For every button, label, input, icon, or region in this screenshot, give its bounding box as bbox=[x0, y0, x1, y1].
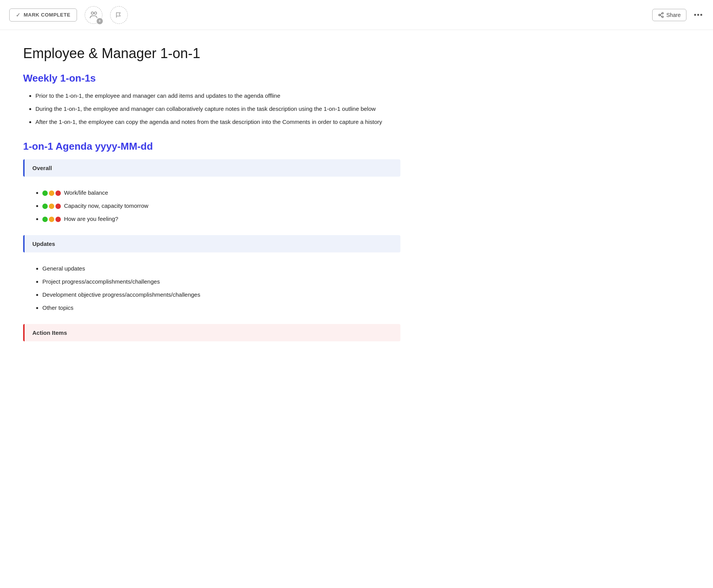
traffic-lights-1 bbox=[42, 190, 61, 196]
svg-line-5 bbox=[660, 15, 662, 17]
updates-items: General updates Project progress/accompl… bbox=[23, 260, 400, 320]
yellow-light bbox=[49, 204, 54, 209]
green-light bbox=[42, 217, 48, 222]
mark-complete-button[interactable]: ✓ MARK COMPLETE bbox=[9, 8, 77, 22]
weekly-bullets-list: Prior to the 1-on-1, the employee and ma… bbox=[23, 91, 400, 127]
flag-icon bbox=[115, 11, 123, 19]
overall-header: Overall bbox=[23, 159, 400, 177]
weekly-heading: Weekly 1-on-1s bbox=[23, 72, 400, 84]
yellow-light bbox=[49, 190, 54, 196]
toolbar: ✓ MARK COMPLETE + bbox=[0, 0, 713, 30]
red-light bbox=[55, 217, 61, 222]
overall-label: Overall bbox=[32, 165, 52, 171]
dot-2 bbox=[697, 14, 699, 16]
list-item: Prior to the 1-on-1, the employee and ma… bbox=[35, 91, 400, 100]
list-item: Capacity now, capacity tomorrow bbox=[42, 201, 393, 210]
traffic-lights-3 bbox=[42, 217, 61, 222]
flag-button[interactable] bbox=[110, 6, 128, 24]
list-item: Work/life balance bbox=[42, 188, 393, 197]
list-item: Development objective progress/accomplis… bbox=[42, 290, 393, 299]
dot-3 bbox=[700, 14, 702, 16]
add-people-button[interactable]: + bbox=[85, 6, 102, 24]
action-items-section: Action Items bbox=[23, 324, 400, 341]
page-content: Employee & Manager 1-on-1 Weekly 1-on-1s… bbox=[0, 30, 423, 364]
svg-point-0 bbox=[91, 12, 94, 14]
list-item: General updates bbox=[42, 264, 393, 273]
updates-section: Updates bbox=[23, 235, 400, 252]
list-item: How are you feeling? bbox=[42, 214, 393, 224]
red-light bbox=[55, 204, 61, 209]
add-people-wrapper: + bbox=[85, 6, 102, 24]
svg-point-1 bbox=[94, 12, 97, 14]
action-items-label: Action Items bbox=[32, 329, 67, 336]
list-item: After the 1-on-1, the employee can copy … bbox=[35, 117, 400, 127]
list-item: During the 1-on-1, the employee and mana… bbox=[35, 104, 400, 114]
svg-point-2 bbox=[662, 12, 663, 14]
updates-label: Updates bbox=[32, 241, 55, 247]
list-item: Other topics bbox=[42, 303, 393, 312]
svg-point-3 bbox=[659, 14, 660, 16]
more-button[interactable] bbox=[693, 12, 704, 17]
svg-line-6 bbox=[660, 13, 662, 15]
red-light bbox=[55, 190, 61, 196]
page-title: Employee & Manager 1-on-1 bbox=[23, 45, 400, 62]
share-label: Share bbox=[666, 12, 681, 18]
action-items-header: Action Items bbox=[23, 324, 400, 341]
check-icon: ✓ bbox=[16, 12, 21, 18]
yellow-light bbox=[49, 217, 54, 222]
list-item: Project progress/accomplishments/challen… bbox=[42, 277, 393, 286]
overall-items: Work/life balance Capacity now, capacity… bbox=[23, 184, 400, 231]
toolbar-right: Share bbox=[652, 9, 704, 21]
agenda-heading: 1-on-1 Agenda yyyy-MM-dd bbox=[23, 140, 400, 152]
share-icon bbox=[658, 12, 664, 18]
green-light bbox=[42, 190, 48, 196]
updates-header: Updates bbox=[23, 235, 400, 252]
traffic-lights-2 bbox=[42, 204, 61, 209]
toolbar-left: ✓ MARK COMPLETE + bbox=[9, 6, 128, 24]
svg-point-4 bbox=[662, 16, 663, 17]
mark-complete-label: MARK COMPLETE bbox=[24, 12, 70, 18]
dot-1 bbox=[694, 14, 696, 16]
overall-section: Overall bbox=[23, 159, 400, 177]
share-button[interactable]: Share bbox=[652, 9, 686, 21]
people-icon bbox=[89, 10, 98, 20]
green-light bbox=[42, 204, 48, 209]
add-badge: + bbox=[97, 18, 103, 24]
